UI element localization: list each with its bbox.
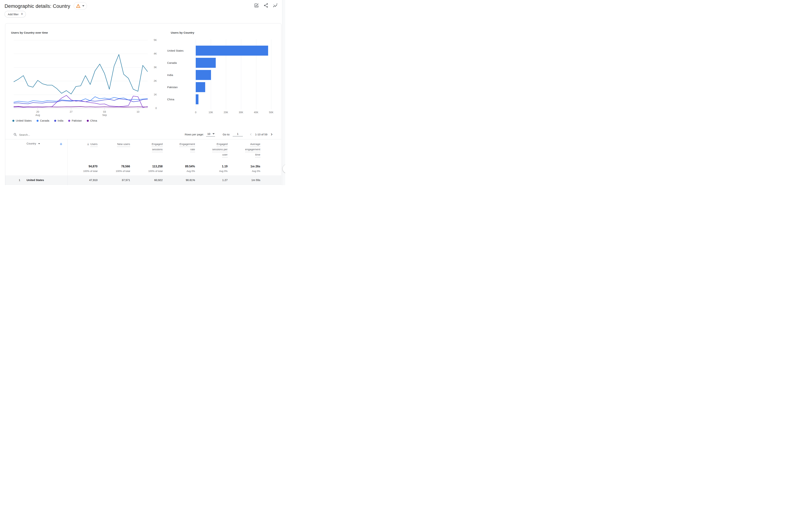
column-header-engagement-rate[interactable]: Engagementrate89.54%Avg 0% [163,139,195,175]
totals-cell: 1m 26sAvg 0% [250,165,260,172]
row-value-cell: 90.81% [163,175,195,184]
totals-cell: 78,566100% of total [116,165,130,172]
dimension-select[interactable]: Country [27,142,40,145]
sort-desc-icon: ↓ [87,142,89,147]
column-header-average-engagement-time[interactable]: Averageengagementtime1m 26sAvg 0% [228,139,260,175]
row-value-cell: 37,571 [98,175,130,184]
column-header-users[interactable]: ↓Users94,870100% of total [68,139,98,175]
total-sub-label: 100% of total [83,170,98,172]
row-country-label[interactable]: United States [27,179,44,182]
rows-per-page-select[interactable]: 10 [206,132,215,137]
search-input[interactable] [19,132,96,137]
share-icon[interactable] [263,3,269,8]
legend-dot-icon [37,120,39,122]
legend-label: Canada [40,119,49,122]
totals-cell: 113,258100% of total [148,165,163,172]
total-value: 94,870 [89,165,98,168]
legend-item[interactable]: Pakistan [68,119,82,122]
column-header-label: Engagement [179,141,195,147]
row-value-cell: 60,922 [130,175,163,184]
bar-category-label: United States [167,46,191,56]
bar-x-tick-label: 30K [235,111,247,114]
legend-label: United States [16,119,32,122]
legend-dot-icon [12,120,14,122]
table-row[interactable]: 1United States47,91037,57160,92290.81%1.… [5,175,281,185]
bar-x-tick-label: 0 [189,111,202,114]
column-header-label: time [255,152,260,157]
column-header-new-users[interactable]: New users78,566100% of total [98,139,130,175]
bar-canada[interactable] [196,58,216,68]
x-tick-label: 10 [132,110,144,114]
column-header-label: engagement [245,147,260,152]
legend-item[interactable]: United States [12,119,32,122]
bar-pakistan[interactable] [196,82,205,92]
pagination-status: 1-10 of 59 [255,133,267,136]
y-tick-label: 0 [149,107,157,109]
total-sub-label: 100% of total [148,170,163,172]
x-tick-label: 27 [65,110,77,114]
totals-cell: 94,870100% of total [83,165,98,172]
row-index: 1 [19,179,27,182]
total-sub-label: 100% of total [116,170,130,172]
goto-page-input[interactable] [233,132,243,136]
bar-x-tick-label: 40K [250,111,262,114]
customize-report-icon[interactable] [254,3,259,8]
column-header-label: sessions [152,147,163,152]
bar-united-states[interactable] [196,46,268,56]
total-value: 89.54% [185,165,195,168]
line-chart-title: Users by Country over time [11,31,48,34]
column-header-engaged-sessions[interactable]: Engagedsessions113,258100% of total [130,139,163,175]
line-chart-legend: United StatesCanadaIndiaPakistanChina [12,119,97,122]
table-toolbar: Rows per page: 10 Go to: ‹ 1-10 of 59 › [5,131,281,139]
table-header-row: Country+↓Users94,870100% of totalNew use… [5,139,281,175]
bar-china[interactable] [196,94,199,104]
x-tick-label: 20Aug [31,110,44,117]
plus-icon: + [21,12,23,16]
search-icon [13,133,17,136]
column-header-label: user [222,152,228,157]
users-over-time-line-chart [9,39,156,111]
report-card: Users by Country over time 5K4K3K2K1K0 2… [5,23,281,185]
total-value: 78,566 [121,165,130,168]
y-tick-label: 2K [149,79,157,82]
data-table: Country+↓Users94,870100% of totalNew use… [5,139,281,185]
totals-cell: 89.54%Avg 0% [185,165,195,172]
goto-label: Go to: [223,133,230,136]
column-header-label: Engaged [152,141,163,147]
y-tick-label: 1K [149,93,157,96]
next-page-icon[interactable]: › [271,132,273,137]
total-sub-label: Avg 0% [219,170,228,172]
rows-per-page-label: Rows per page: [185,133,204,136]
data-quality-dropdown[interactable] [74,2,87,10]
legend-item[interactable]: India [54,119,63,122]
page-title: Demographic details: Country [4,2,70,10]
total-value: 1m 26s [250,165,260,168]
dimension-label: Country [27,142,36,145]
legend-item[interactable]: Canada [37,119,49,122]
warning-icon [76,4,81,9]
legend-item[interactable]: China [87,119,97,122]
chevron-down-icon [38,143,40,144]
column-header-label: Average [250,141,260,147]
insights-icon[interactable] [273,3,278,8]
y-tick-label: 4K [149,52,157,55]
bar-india[interactable] [196,70,211,80]
column-header-engaged-sessions-per-user[interactable]: Engagedsessions peruser1.19Avg 0% [195,139,228,175]
x-tick-label: 03Sep [98,110,111,117]
add-filter-label: Add filter [8,13,18,16]
y-tick-label: 5K [149,39,157,42]
rows-per-page-value: 10 [207,132,210,135]
bar-category-label: China [167,94,191,104]
column-header-label: Engaged [217,141,228,147]
report-header: Demographic details: Country [4,2,278,11]
bar-category-label: India [167,70,191,80]
previous-page-icon[interactable]: ‹ [250,132,252,137]
row-value-cell: 1.27 [195,175,228,184]
column-header-label: Users [90,141,98,147]
row-value-cell: 1m 55s [228,175,260,184]
legend-label: India [58,119,63,122]
column-header-label: rate [190,147,195,152]
add-column-button[interactable]: + [60,142,62,146]
add-filter-button[interactable]: Add filter + [4,11,26,17]
bar-x-tick-label: 10K [204,111,217,114]
